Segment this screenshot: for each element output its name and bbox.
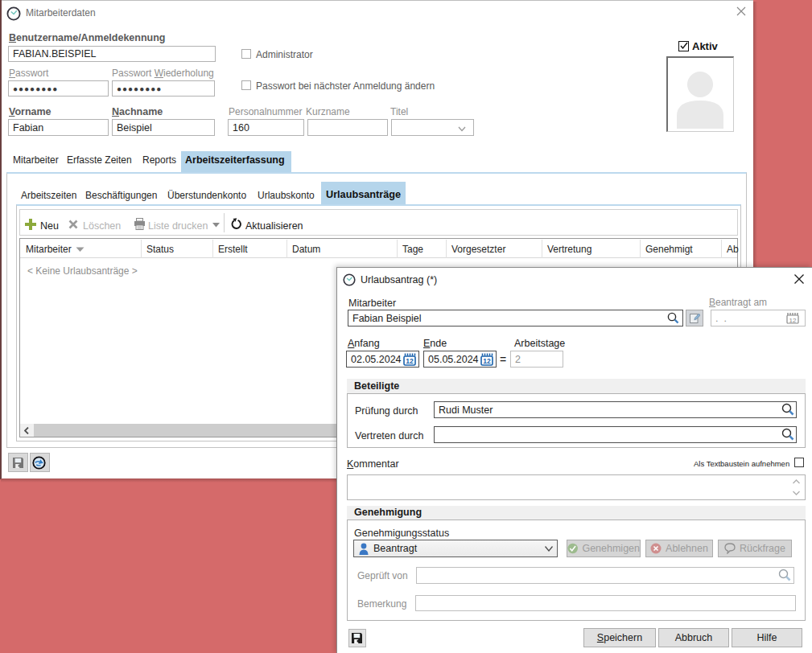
svg-text:12: 12 <box>789 317 797 324</box>
svg-text:12: 12 <box>406 357 414 365</box>
svg-text:12: 12 <box>483 357 491 365</box>
